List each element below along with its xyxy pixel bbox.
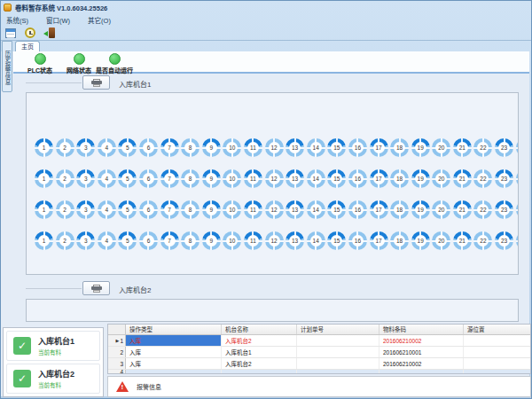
storage-slot[interactable]: 10 bbox=[223, 231, 241, 250]
table-cell[interactable]: 201606210002 bbox=[379, 358, 464, 369]
storage-slot[interactable]: 20 bbox=[432, 231, 450, 250]
print-button-machine2[interactable] bbox=[82, 281, 110, 295]
table-cell[interactable] bbox=[222, 370, 297, 374]
table-cell[interactable] bbox=[297, 370, 379, 374]
storage-slot[interactable]: 3 bbox=[76, 169, 95, 188]
table-row[interactable]: 4 bbox=[108, 370, 530, 374]
storage-slot[interactable]: 14 bbox=[307, 138, 325, 157]
storage-slot[interactable]: 11 bbox=[244, 200, 262, 219]
storage-slot[interactable]: 14 bbox=[307, 200, 325, 219]
storage-slot[interactable]: 9 bbox=[202, 231, 221, 250]
storage-slot[interactable]: 7 bbox=[160, 231, 179, 250]
storage-slot[interactable]: 1 bbox=[35, 200, 53, 219]
table-cell[interactable] bbox=[126, 370, 222, 374]
storage-slot[interactable]: 23 bbox=[495, 231, 513, 250]
storage-slot[interactable]: 8 bbox=[181, 231, 200, 250]
table-cell[interactable]: 入库 bbox=[126, 335, 222, 346]
menu-item[interactable]: 系统(S) bbox=[6, 15, 28, 25]
storage-slot[interactable]: 3 bbox=[76, 200, 95, 219]
storage-slot[interactable]: 16 bbox=[348, 169, 367, 188]
tab-home[interactable]: 主页 bbox=[15, 41, 40, 51]
storage-slot[interactable]: 23 bbox=[495, 200, 513, 219]
storage-slot[interactable]: 21 bbox=[453, 169, 472, 188]
storage-slot[interactable]: 5 bbox=[118, 169, 137, 188]
storage-slot[interactable]: 16 bbox=[348, 231, 367, 250]
storage-slot[interactable]: 7 bbox=[160, 200, 179, 219]
storage-slot[interactable]: 9 bbox=[202, 138, 221, 157]
storage-slot[interactable]: 5 bbox=[118, 138, 137, 157]
storage-slot[interactable]: 9 bbox=[202, 200, 221, 219]
storage-slot[interactable]: 17 bbox=[370, 200, 388, 219]
storage-slot[interactable]: 14 bbox=[307, 231, 325, 250]
print-button-machine1[interactable] bbox=[82, 75, 110, 90]
table-cell[interactable] bbox=[464, 358, 531, 369]
side-panel-tab-alarm-history[interactable]: 历史报警信息 bbox=[2, 41, 12, 92]
storage-slot[interactable]: 7 bbox=[160, 169, 179, 188]
storage-slot[interactable]: 6 bbox=[139, 169, 158, 188]
storage-slot[interactable]: 5 bbox=[118, 200, 137, 219]
storage-slot[interactable]: 9 bbox=[202, 169, 221, 188]
storage-slot[interactable]: 15 bbox=[327, 200, 346, 219]
storage-slot[interactable]: 22 bbox=[473, 231, 492, 250]
storage-slot[interactable]: 15 bbox=[327, 138, 346, 157]
column-header[interactable]: 源位置 bbox=[464, 325, 531, 334]
storage-slot[interactable]: 11 bbox=[244, 231, 262, 250]
storage-slot[interactable]: 13 bbox=[286, 231, 304, 250]
column-header[interactable]: 操作类型 bbox=[126, 325, 222, 334]
storage-slot[interactable]: 10 bbox=[223, 138, 241, 157]
storage-slot[interactable]: 4 bbox=[98, 169, 116, 188]
storage-slot[interactable]: 3 bbox=[76, 231, 95, 250]
storage-slot[interactable]: 24 bbox=[516, 138, 519, 157]
storage-slot[interactable]: 16 bbox=[348, 200, 367, 219]
storage-slot[interactable]: 20 bbox=[432, 200, 450, 219]
machine-status-card[interactable]: ✓入库机台2当前有料 bbox=[6, 364, 100, 394]
storage-slot[interactable]: 23 bbox=[495, 138, 513, 157]
table-cell[interactable] bbox=[464, 370, 530, 374]
storage-slot[interactable]: 19 bbox=[411, 169, 430, 188]
storage-slot[interactable]: 21 bbox=[453, 231, 472, 250]
table-row[interactable]: ▶1入库入库机台2201606210002 bbox=[108, 335, 530, 347]
storage-slot[interactable]: 13 bbox=[286, 169, 304, 188]
storage-slot[interactable]: 20 bbox=[432, 138, 450, 157]
storage-slot[interactable]: 12 bbox=[265, 138, 284, 157]
table-row[interactable]: 3入库入库机台2201606210002 bbox=[108, 358, 530, 370]
storage-slot[interactable]: 11 bbox=[244, 169, 262, 188]
table-cell[interactable]: 201606210001 bbox=[379, 347, 464, 357]
table-cell[interactable] bbox=[464, 335, 531, 346]
table-cell[interactable]: 入库机台2 bbox=[222, 358, 297, 369]
table-cell[interactable]: 入库机台2 bbox=[222, 335, 297, 346]
storage-slot[interactable]: 24 bbox=[516, 169, 519, 188]
storage-slot[interactable]: 2 bbox=[56, 138, 74, 157]
table-cell[interactable] bbox=[379, 370, 464, 374]
storage-slot[interactable]: 12 bbox=[265, 169, 284, 188]
storage-slot[interactable]: 4 bbox=[98, 138, 116, 157]
column-header[interactable]: 机台名称 bbox=[222, 325, 297, 334]
storage-slot[interactable]: 4 bbox=[98, 231, 116, 250]
storage-slot[interactable]: 23 bbox=[495, 169, 513, 188]
storage-slot[interactable]: 22 bbox=[473, 200, 492, 219]
clock-button[interactable] bbox=[23, 27, 36, 39]
table-cell[interactable] bbox=[464, 347, 531, 357]
storage-slot[interactable]: 12 bbox=[265, 231, 284, 250]
table-row[interactable]: 2入库入库机台1201606210001 bbox=[108, 347, 530, 358]
storage-slot[interactable]: 22 bbox=[473, 169, 492, 188]
storage-slot[interactable]: 18 bbox=[390, 138, 409, 157]
table-cell[interactable]: 201606210002 bbox=[379, 335, 464, 346]
storage-slot[interactable]: 17 bbox=[370, 169, 388, 188]
table-cell[interactable]: 入库机台1 bbox=[222, 347, 297, 357]
storage-slot[interactable]: 6 bbox=[139, 138, 158, 157]
storage-slot[interactable]: 8 bbox=[181, 200, 200, 219]
storage-slot[interactable]: 4 bbox=[98, 200, 116, 219]
storage-slot[interactable]: 24 bbox=[516, 231, 519, 250]
menu-item[interactable]: 窗口(W) bbox=[46, 15, 70, 25]
storage-slot[interactable]: 12 bbox=[265, 200, 284, 219]
table-cell[interactable]: 入库 bbox=[126, 358, 222, 369]
storage-slot[interactable]: 3 bbox=[76, 138, 95, 157]
storage-slot[interactable]: 5 bbox=[118, 231, 137, 250]
storage-slot[interactable]: 24 bbox=[516, 200, 519, 219]
storage-slot[interactable]: 13 bbox=[286, 200, 304, 219]
storage-slot[interactable]: 2 bbox=[56, 200, 74, 219]
column-header[interactable]: 物料条码 bbox=[379, 325, 464, 334]
storage-slot[interactable]: 17 bbox=[370, 138, 388, 157]
storage-slot[interactable]: 19 bbox=[411, 138, 430, 157]
